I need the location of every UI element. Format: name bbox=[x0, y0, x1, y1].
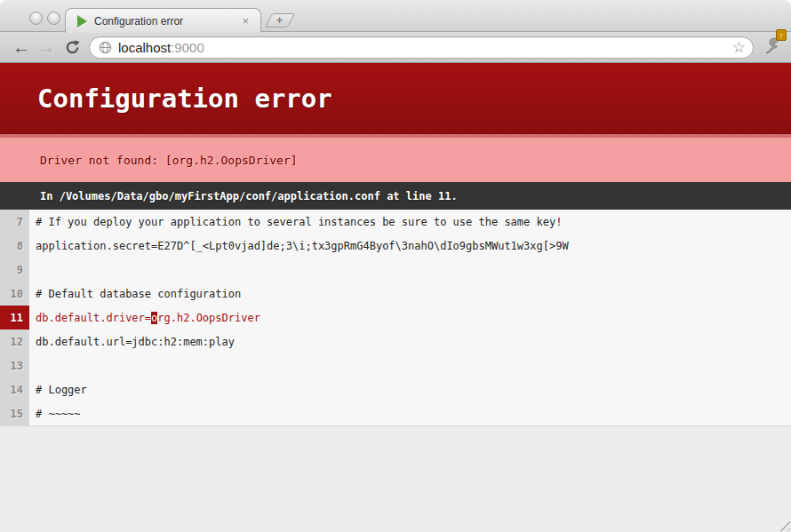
up-arrow-icon: ↑ bbox=[779, 31, 784, 40]
code-line-error: 11db.default.driver=org.h2.OopsDriver bbox=[0, 306, 791, 330]
line-code: # ~~~~~ bbox=[29, 401, 81, 425]
line-number: 13 bbox=[0, 353, 29, 377]
code-line: 14# Logger bbox=[0, 377, 791, 401]
reload-button[interactable] bbox=[59, 39, 85, 56]
error-detail: Driver not found: [org.h2.OopsDriver] bbox=[0, 134, 791, 182]
globe-icon bbox=[99, 41, 112, 54]
play-favicon-icon bbox=[77, 15, 87, 28]
code-text: db.default.driver= bbox=[36, 312, 151, 324]
line-code: # Default database configuration bbox=[29, 282, 241, 306]
code-line: 9 bbox=[0, 258, 791, 282]
resize-grip[interactable] bbox=[778, 519, 790, 531]
error-marker: o bbox=[151, 312, 157, 324]
browser-toolbar: ← → localhost :9000 ☆ bbox=[0, 32, 791, 63]
line-code: application.secret=E27D^[_<Lpt0vjad]de;3… bbox=[29, 234, 569, 258]
line-number: 9 bbox=[0, 258, 29, 282]
tab-strip: Configuration error × + bbox=[0, 0, 791, 32]
code-line: 10# Default database configuration bbox=[0, 282, 791, 306]
line-number: 15 bbox=[0, 401, 29, 425]
code-line: 8application.secret=E27D^[_<Lpt0vjad]de;… bbox=[0, 234, 791, 258]
line-number: 8 bbox=[0, 234, 29, 258]
line-code: # Logger bbox=[29, 377, 87, 401]
line-code bbox=[29, 258, 36, 282]
extension-update-badge: ↑ bbox=[776, 29, 787, 41]
line-number: 11 bbox=[0, 306, 29, 330]
code-text: rg.h2.OopsDriver bbox=[157, 312, 260, 324]
minimize-window-button[interactable] bbox=[47, 12, 60, 25]
bookmark-star-icon[interactable]: ☆ bbox=[732, 40, 746, 55]
page-footer bbox=[0, 426, 791, 532]
line-number: 7 bbox=[0, 210, 29, 234]
close-window-button[interactable] bbox=[29, 12, 43, 25]
new-tab-button[interactable]: + bbox=[265, 13, 296, 28]
address-bar[interactable]: localhost :9000 ☆ bbox=[89, 36, 754, 59]
browser-window: Configuration error × + ← → localhost bbox=[0, 0, 791, 532]
back-button[interactable]: ← bbox=[9, 38, 34, 56]
line-code: db.default.url=jdbc:h2:mem:play bbox=[29, 330, 235, 353]
code-listing: 7# If you deploy your application to sev… bbox=[0, 210, 791, 426]
tab-configuration-error[interactable]: Configuration error × bbox=[65, 8, 261, 33]
tab-close-icon[interactable]: × bbox=[239, 13, 252, 28]
plus-icon: + bbox=[276, 15, 283, 26]
code-line: 15# ~~~~~ bbox=[0, 401, 791, 425]
url-host: localhost bbox=[118, 40, 171, 55]
code-line: 12db.default.url=jdbc:h2:mem:play bbox=[0, 330, 791, 353]
url-port: :9000 bbox=[171, 40, 204, 55]
extension-button[interactable]: ↑ bbox=[759, 37, 786, 57]
error-location: In /Volumes/Data/gbo/myFirstApp/conf/app… bbox=[0, 182, 791, 210]
line-code: db.default.driver=org.h2.OopsDriver bbox=[29, 306, 260, 330]
code-line: 13 bbox=[0, 353, 791, 377]
line-number: 10 bbox=[0, 282, 29, 306]
reload-icon bbox=[64, 39, 81, 56]
line-code: # If you deploy your application to seve… bbox=[29, 210, 562, 234]
line-number: 12 bbox=[0, 330, 29, 353]
tab-title: Configuration error bbox=[94, 15, 239, 28]
page-title: Configuration error bbox=[0, 63, 791, 134]
line-code bbox=[29, 353, 36, 377]
line-number: 14 bbox=[0, 377, 29, 401]
code-line: 7# If you deploy your application to sev… bbox=[0, 210, 791, 234]
forward-button[interactable]: → bbox=[34, 38, 59, 56]
